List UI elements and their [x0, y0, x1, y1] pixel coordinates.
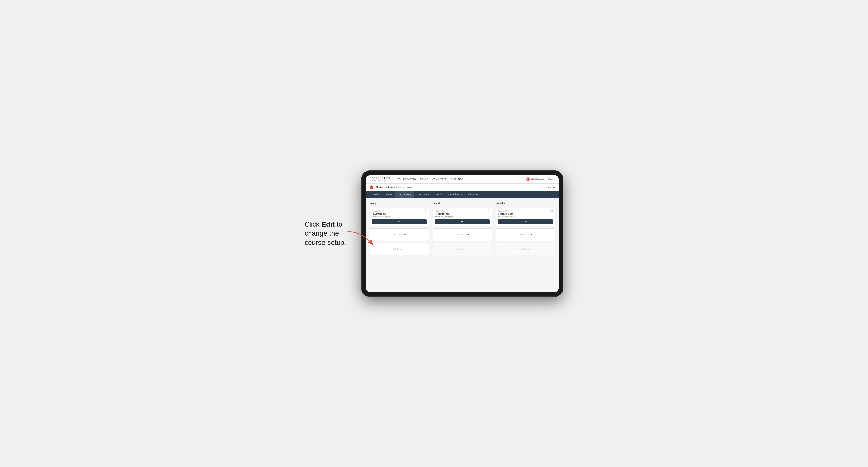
tab-teams[interactable]: Teams	[382, 191, 395, 198]
cancel-x-icon: ✕	[553, 186, 555, 188]
round-3-add-plus-1: +	[531, 234, 532, 236]
round-1-add-plus-2: +	[404, 248, 406, 250]
cancel-button[interactable]: Cancel ✕	[545, 186, 555, 188]
sub-tabs: Details Teams Course Setup Tee Groups Re…	[366, 191, 559, 198]
round-2-add-plus-2: +	[467, 248, 469, 250]
user-email: blair@clippd.io	[531, 178, 545, 180]
round-2-edit-button[interactable]: Edit	[435, 219, 490, 224]
round-3-course-card: ⊡ (Course A) Peachtree GC Yellow (M) (66…	[496, 208, 555, 226]
sign-out-link[interactable]: Sign out	[548, 178, 555, 180]
tab-details[interactable]: Details	[370, 191, 382, 198]
round-2-course-label: (Course A)	[435, 210, 490, 212]
round-1-add-plus-1: +	[404, 234, 406, 236]
round-1-add-course-text-1: Add Course	[393, 234, 404, 236]
round-1-delete-icon[interactable]: ⊡	[424, 209, 427, 212]
round-2-add-course-2: Add Course +	[433, 243, 492, 255]
round-1-edit-button[interactable]: Edit	[372, 219, 427, 224]
tab-printables[interactable]: Printables	[465, 191, 481, 198]
round-2-add-course-text-1: Add Course	[456, 234, 467, 236]
round-2-add-plus-1: +	[467, 234, 469, 236]
main-content: Round 1 ⊡ (Course A) Peachtree GC Yellow…	[366, 198, 559, 292]
round-3-add-course-text-2: Add Course	[519, 248, 530, 250]
round-1-course-details: Yellow (M) (6629 yds)	[372, 215, 427, 218]
round-3-title: Round 3	[496, 202, 555, 205]
tournament-logo: C	[370, 185, 373, 189]
logo-scoreboard: SCOREBOARD	[370, 177, 390, 180]
round-3-course-name: Peachtree GC	[498, 213, 553, 215]
round-1-course-card: ⊡ (Course A) Peachtree GC Yellow (M) (66…	[370, 208, 429, 226]
page-wrapper: Click Edit to change the course setup. S…	[0, 160, 868, 307]
round-3-course-details: Yellow (M) (6629 yds)	[498, 215, 553, 218]
top-nav: SCOREBOARD Powered by clippd TOURNAMENTS…	[366, 175, 559, 184]
annotation-section: Click Edit to change the course setup.	[305, 220, 361, 247]
tournament-header: C Clippd Invitational (Men) Hosting Canc…	[366, 184, 559, 191]
round-2-title: Round 2	[433, 202, 492, 205]
round-3-add-course-text-1: Add Course	[519, 234, 530, 236]
round-2-course-details: Yellow (M) (6629 yds)	[435, 215, 490, 218]
tab-results[interactable]: Results	[432, 191, 445, 198]
round-1-title: Round 1	[370, 202, 429, 205]
hosting-badge: Hosting	[406, 186, 412, 188]
round-3-column: Round 3 ⊡ (Course A) Peachtree GC Yellow…	[496, 202, 555, 255]
round-3-add-course-1[interactable]: Add Course +	[496, 228, 555, 241]
user-area: b blair@clippd.io | Sign out	[526, 177, 555, 181]
nav-links: TOURNAMENTS TEAMS COMMITTEE RANKINGS	[397, 178, 521, 180]
round-1-course-label: (Course A)	[372, 210, 427, 212]
tab-leaderboards[interactable]: Leaderboards	[445, 191, 465, 198]
round-1-course-name: Peachtree GC	[372, 213, 427, 215]
tournament-name: Clippd Invitational	[375, 186, 397, 188]
nav-tournaments[interactable]: TOURNAMENTS	[397, 178, 416, 180]
round-1-add-course-text-2: Add Course	[393, 248, 404, 250]
round-2-column: Round 2 ⊡ (Course A) Peachtree GC Yellow…	[433, 202, 492, 255]
round-3-edit-button[interactable]: Edit	[498, 219, 553, 224]
round-2-course-card: ⊡ (Course A) Peachtree GC Yellow (M) (66…	[433, 208, 492, 226]
annotation-bold: Edit	[321, 220, 335, 228]
tournament-gender: (Men)	[398, 186, 404, 188]
annotation-text: Click Edit to change the course setup.	[305, 220, 346, 247]
tab-tee-groups[interactable]: Tee Groups	[414, 191, 432, 198]
round-3-add-plus-2: +	[531, 248, 532, 250]
round-3-course-label: (Course A)	[498, 210, 553, 212]
round-3-delete-icon[interactable]: ⊡	[550, 209, 553, 212]
tab-course-setup[interactable]: Course Setup	[395, 191, 414, 198]
nav-committee[interactable]: COMMITTEE	[432, 178, 447, 180]
logo-sub: Powered by clippd	[370, 180, 390, 181]
logo-area: SCOREBOARD Powered by clippd	[370, 177, 390, 181]
tablet-shell: SCOREBOARD Powered by clippd TOURNAMENTS…	[361, 170, 563, 297]
annotation-arrow	[346, 229, 378, 249]
nav-rankings[interactable]: RANKINGS	[451, 178, 463, 180]
nav-separator: |	[546, 178, 546, 180]
round-2-add-course-text-2: Add Course	[456, 248, 467, 250]
round-3-add-course-2: Add Course +	[496, 243, 555, 255]
round-2-add-course-1[interactable]: Add Course +	[433, 228, 492, 241]
round-2-course-name: Peachtree GC	[435, 213, 490, 215]
nav-teams[interactable]: TEAMS	[420, 178, 428, 180]
tablet-screen: SCOREBOARD Powered by clippd TOURNAMENTS…	[366, 175, 559, 292]
round-2-delete-icon[interactable]: ⊡	[487, 209, 490, 212]
rounds-grid: Round 1 ⊡ (Course A) Peachtree GC Yellow…	[370, 202, 555, 255]
user-avatar: b	[526, 177, 530, 181]
